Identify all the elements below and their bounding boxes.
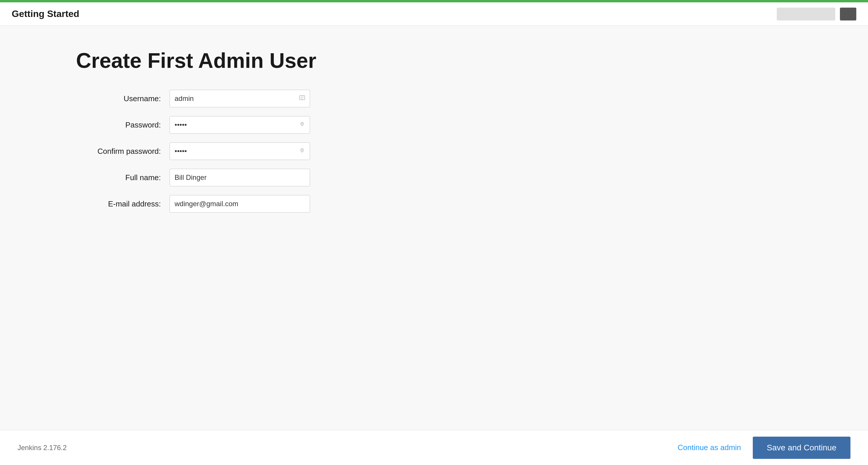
header-menu-button[interactable] (840, 8, 856, 21)
password-row: Password: (76, 116, 868, 134)
email-input-wrapper (169, 195, 310, 213)
password-input[interactable] (169, 116, 310, 134)
save-and-continue-button[interactable]: Save and Continue (753, 437, 850, 459)
username-icon (299, 94, 305, 103)
username-input[interactable] (169, 90, 310, 107)
header-actions (777, 8, 856, 21)
header-title: Getting Started (12, 8, 79, 19)
confirm-password-row: Confirm password: (76, 143, 868, 160)
email-label: E-mail address: (76, 199, 169, 209)
confirm-password-label: Confirm password: (76, 147, 169, 156)
username-row: Username: (76, 90, 868, 107)
password-input-wrapper (169, 116, 310, 134)
password-label: Password: (76, 121, 169, 129)
footer-actions: Continue as admin Save and Continue (678, 437, 850, 459)
confirm-password-input-wrapper (169, 143, 310, 160)
header-search-button[interactable] (777, 8, 835, 21)
fullname-input[interactable] (169, 169, 310, 186)
admin-user-form: Username: Password: (76, 90, 868, 221)
svg-point-4 (302, 123, 303, 124)
email-input[interactable] (169, 195, 310, 213)
continue-as-admin-button[interactable]: Continue as admin (678, 443, 741, 452)
progress-bar (0, 0, 868, 2)
email-row: E-mail address: (76, 195, 868, 213)
header: Getting Started (0, 2, 868, 26)
page-title: Create First Admin User (76, 49, 868, 72)
svg-point-6 (302, 150, 303, 151)
version-label: Jenkins 2.176.2 (18, 444, 67, 452)
password-icon (299, 121, 305, 129)
fullname-row: Full name: (76, 169, 868, 186)
svg-rect-0 (300, 96, 305, 100)
main-content: Create First Admin User Username: Passwo… (0, 26, 868, 430)
fullname-label: Full name: (76, 173, 169, 182)
footer: Jenkins 2.176.2 Continue as admin Save a… (0, 430, 868, 465)
username-label: Username: (76, 94, 169, 103)
username-input-wrapper (169, 90, 310, 107)
fullname-input-wrapper (169, 169, 310, 186)
confirm-password-icon (299, 147, 305, 155)
confirm-password-input[interactable] (169, 143, 310, 160)
